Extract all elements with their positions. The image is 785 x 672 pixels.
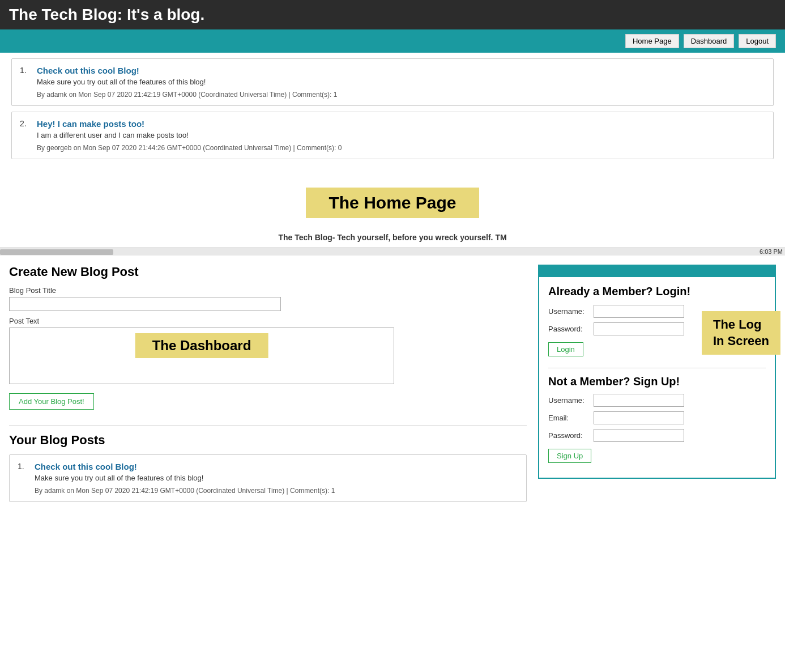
your-post-meta-1: By adamk on Mon Sep 07 2020 21:42:19 GMT…	[35, 487, 518, 495]
login-panel-header	[539, 266, 775, 277]
post-item-2: 2. Hey! I can make posts too! I am a dif…	[11, 112, 774, 159]
login-username-input[interactable]	[594, 305, 684, 318]
post-text-label: Post Text	[9, 317, 527, 325]
signup-password-row: Password:	[548, 429, 766, 442]
scrollbar-area: 6:03 PM	[0, 248, 785, 256]
post-title-link-1[interactable]: Check out this cool Blog!	[37, 66, 139, 75]
post-num-1: 1.	[20, 66, 31, 99]
logout-nav-button[interactable]: Logout	[739, 34, 776, 48]
signup-email-label: Email:	[548, 414, 589, 422]
blog-post-title-input[interactable]	[9, 297, 281, 311]
nav-bar: Home Page Dashboard Logout	[0, 29, 785, 53]
post-meta-1: By adamk on Mon Sep 07 2020 21:42:19 GMT…	[37, 91, 765, 99]
post-item-1: 1. Check out this cool Blog! Make sure y…	[11, 58, 774, 106]
signup-username-label: Username:	[548, 396, 589, 405]
posts-area: 1. Check out this cool Blog! Make sure y…	[0, 53, 785, 171]
tagline: The Tech Blog- Tech yourself, before you…	[0, 224, 785, 248]
your-posts-title: Your Blog Posts	[9, 433, 527, 448]
blog-post-title-label: Blog Post Title	[9, 286, 527, 295]
bottom-section: Create New Blog Post Blog Post Title Pos…	[0, 256, 785, 517]
signup-password-label: Password:	[548, 431, 589, 440]
post-body-2: I am a different user and I can make pos…	[37, 131, 765, 139]
signup-email-row: Email:	[548, 411, 766, 424]
signup-username-input[interactable]	[594, 394, 684, 407]
home-page-nav-button[interactable]: Home Page	[625, 34, 679, 48]
signup-section: Not a Member? Sign Up! Username: Email: …	[548, 375, 766, 470]
not-member-title: Not a Member? Sign Up!	[548, 375, 766, 388]
post-content-1: Check out this cool Blog! Make sure you …	[37, 66, 765, 99]
post-meta-2: By georgeb on Mon Sep 07 2020 21:44:26 G…	[37, 144, 765, 152]
textarea-container: The Dashboard	[9, 328, 394, 384]
your-post-body-1: Make sure you try out all of the feature…	[35, 474, 518, 482]
login-username-label: Username:	[548, 307, 589, 316]
scrollbar-thumb[interactable]	[0, 249, 113, 255]
add-post-button[interactable]: Add Your Blog Post!	[9, 393, 94, 410]
timestamp: 6:03 PM	[760, 248, 783, 255]
top-section: The Tech Blog: It's a blog. Home Page Da…	[0, 0, 785, 256]
post-text-textarea[interactable]	[9, 328, 394, 384]
dashboard-nav-button[interactable]: Dashboard	[684, 34, 735, 48]
your-post-item-1: 1. Check out this cool Blog! Make sure y…	[9, 454, 527, 502]
login-divider	[548, 368, 766, 368]
dashboard-area: Create New Blog Post Blog Post Title Pos…	[9, 265, 527, 508]
post-body-1: Make sure you try out all of the feature…	[37, 78, 765, 86]
login-panel: Already a Member? Login! Username: Passw…	[538, 265, 776, 479]
site-header: The Tech Blog: It's a blog.	[0, 0, 785, 29]
site-title: The Tech Blog: It's a blog.	[9, 6, 776, 24]
log-in-screen-overlay: The LogIn Screen	[702, 311, 780, 355]
signup-button[interactable]: Sign Up	[548, 449, 591, 463]
post-content-2: Hey! I can make posts too! I am a differ…	[37, 119, 765, 152]
signup-email-input[interactable]	[594, 411, 684, 424]
already-member-title: Already a Member? Login!	[548, 285, 766, 298]
login-password-label: Password:	[548, 325, 589, 333]
post-title-link-2[interactable]: Hey! I can make posts too!	[37, 119, 144, 129]
dashboard-title: Create New Blog Post	[9, 265, 527, 279]
home-page-banner-text: The Home Page	[306, 188, 479, 218]
login-button[interactable]: Login	[548, 342, 583, 356]
signup-username-row: Username:	[548, 394, 766, 407]
your-post-content-1: Check out this cool Blog! Make sure you …	[35, 462, 518, 495]
divider	[9, 426, 527, 426]
login-panel-body: Already a Member? Login! Username: Passw…	[539, 277, 775, 478]
post-text-wrapper: The Dashboard	[9, 328, 527, 384]
home-page-banner-area: The Home Page	[0, 171, 785, 224]
your-post-title-link-1[interactable]: Check out this cool Blog!	[35, 462, 137, 471]
login-password-input[interactable]	[594, 322, 684, 335]
post-num-2: 2.	[20, 119, 31, 152]
signup-password-input[interactable]	[594, 429, 684, 442]
your-post-num-1: 1.	[18, 462, 29, 495]
